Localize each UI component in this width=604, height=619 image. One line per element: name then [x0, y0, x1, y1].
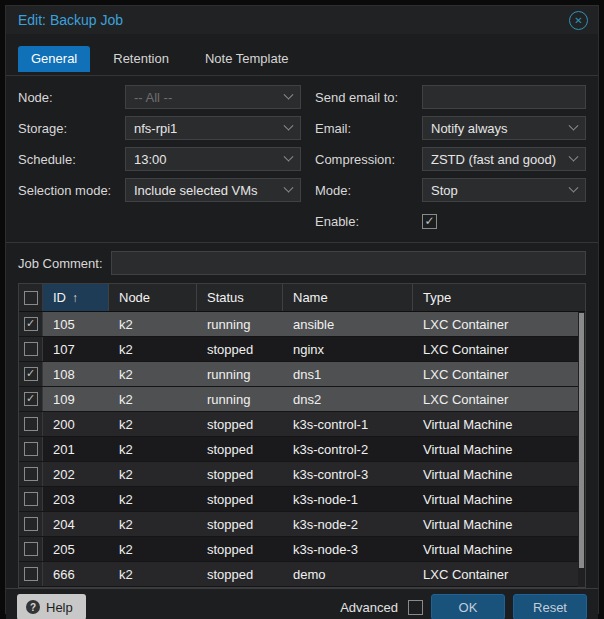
email-notify-combo[interactable]: Notify always — [422, 116, 586, 140]
close-icon[interactable]: ✕ — [569, 11, 588, 30]
sort-ascending-icon: ↑ — [72, 291, 78, 305]
row-checkbox[interactable] — [24, 342, 38, 356]
column-header-status[interactable]: Status — [197, 284, 283, 311]
cell-node: k2 — [109, 312, 197, 336]
row-select-cell[interactable] — [19, 562, 43, 586]
question-mark-icon: ? — [26, 600, 40, 614]
table-row[interactable]: 109 k2 running dns2 LXC Container — [19, 387, 585, 412]
cell-id: 108 — [43, 362, 109, 386]
chevron-down-icon — [569, 151, 579, 161]
row-select-cell[interactable] — [19, 387, 43, 411]
node-label: Node: — [18, 90, 125, 105]
tab-general[interactable]: General — [18, 46, 90, 72]
advanced-checkbox[interactable] — [408, 600, 423, 615]
cell-id: 105 — [43, 312, 109, 336]
vm-table-body: 105 k2 running ansible LXC Container 107… — [19, 312, 585, 587]
column-header-type[interactable]: Type — [413, 284, 585, 311]
tab-retention[interactable]: Retention — [100, 46, 182, 72]
cell-status: stopped — [197, 562, 283, 586]
cell-name: k3s-node-2 — [283, 512, 413, 536]
row-checkbox[interactable] — [24, 567, 38, 581]
cell-type: Virtual Machine — [413, 437, 585, 461]
schedule-combo[interactable]: 13:00 — [125, 147, 301, 171]
cell-node: k2 — [109, 337, 197, 361]
mode-combo[interactable]: Stop — [422, 178, 586, 202]
send-email-field-wrap — [422, 85, 586, 109]
cell-status: running — [197, 387, 283, 411]
row-checkbox[interactable] — [24, 317, 38, 331]
cell-type: Virtual Machine — [413, 512, 585, 536]
enable-checkbox[interactable] — [422, 214, 437, 229]
ok-button[interactable]: OK — [431, 594, 505, 619]
table-row[interactable]: 203 k2 stopped k3s-node-1 Virtual Machin… — [19, 487, 585, 512]
cell-name: demo — [283, 562, 413, 586]
table-row[interactable]: 204 k2 stopped k3s-node-2 Virtual Machin… — [19, 512, 585, 537]
column-header-name[interactable]: Name — [283, 284, 413, 311]
cell-name: dns1 — [283, 362, 413, 386]
dialog-titlebar: Edit: Backup Job ✕ — [6, 6, 598, 34]
row-select-cell[interactable] — [19, 362, 43, 386]
table-row[interactable]: 201 k2 stopped k3s-control-2 Virtual Mac… — [19, 437, 585, 462]
help-button[interactable]: ? Help — [17, 594, 86, 619]
storage-combo[interactable]: nfs-rpi1 — [125, 116, 301, 140]
row-select-cell[interactable] — [19, 337, 43, 361]
table-scrollbar[interactable] — [578, 312, 585, 587]
job-comment-label: Job Comment: — [18, 256, 111, 271]
selection-mode-combo[interactable]: Include selected VMs — [125, 178, 301, 202]
form-right-column: Send email to: Email: Notify always Comp… — [315, 85, 586, 240]
row-select-cell[interactable] — [19, 462, 43, 486]
cell-id: 107 — [43, 337, 109, 361]
edit-backup-job-dialog: Edit: Backup Job ✕ General Retention Not… — [5, 5, 599, 614]
cell-name: k3s-node-3 — [283, 537, 413, 561]
row-select-cell[interactable] — [19, 412, 43, 436]
row-checkbox[interactable] — [24, 492, 38, 506]
cell-id: 205 — [43, 537, 109, 561]
cell-name: nginx — [283, 337, 413, 361]
cell-id: 202 — [43, 462, 109, 486]
row-select-cell[interactable] — [19, 512, 43, 536]
form-left-column: Node: -- All -- Storage: nfs-rpi1 Schedu… — [18, 85, 301, 240]
chevron-down-icon — [569, 182, 579, 192]
scrollbar-thumb[interactable] — [579, 313, 584, 568]
table-row[interactable]: 105 k2 running ansible LXC Container — [19, 312, 585, 337]
row-select-cell[interactable] — [19, 437, 43, 461]
cell-name: k3s-node-1 — [283, 487, 413, 511]
storage-label: Storage: — [18, 121, 125, 136]
table-row[interactable]: 107 k2 stopped nginx LXC Container — [19, 337, 585, 362]
row-checkbox[interactable] — [24, 542, 38, 556]
table-row[interactable]: 108 k2 running dns1 LXC Container — [19, 362, 585, 387]
send-email-input[interactable] — [431, 90, 577, 105]
column-header-node[interactable]: Node — [109, 284, 197, 311]
cell-name: dns2 — [283, 387, 413, 411]
cell-type: Virtual Machine — [413, 462, 585, 486]
row-checkbox[interactable] — [24, 517, 38, 531]
schedule-label: Schedule: — [18, 152, 125, 167]
table-row[interactable]: 202 k2 stopped k3s-control-3 Virtual Mac… — [19, 462, 585, 487]
row-checkbox[interactable] — [24, 442, 38, 456]
table-row[interactable]: 200 k2 stopped k3s-control-1 Virtual Mac… — [19, 412, 585, 437]
row-checkbox[interactable] — [24, 367, 38, 381]
advanced-label: Advanced — [340, 600, 398, 615]
cell-node: k2 — [109, 487, 197, 511]
table-row[interactable]: 666 k2 stopped demo LXC Container — [19, 562, 585, 587]
row-select-cell[interactable] — [19, 537, 43, 561]
compression-combo[interactable]: ZSTD (fast and good) — [422, 147, 586, 171]
compression-label: Compression: — [315, 152, 422, 167]
reset-button[interactable]: Reset — [513, 594, 587, 619]
table-row[interactable]: 205 k2 stopped k3s-node-3 Virtual Machin… — [19, 537, 585, 562]
job-comment-field-wrap — [111, 251, 586, 275]
node-combo[interactable]: -- All -- — [125, 85, 301, 109]
cell-status: stopped — [197, 412, 283, 436]
row-select-cell[interactable] — [19, 312, 43, 336]
tab-note-template[interactable]: Note Template — [192, 46, 302, 72]
row-checkbox[interactable] — [24, 417, 38, 431]
row-select-cell[interactable] — [19, 487, 43, 511]
row-checkbox[interactable] — [24, 467, 38, 481]
chevron-down-icon — [569, 120, 579, 130]
select-all-checkbox[interactable] — [24, 291, 38, 305]
row-checkbox[interactable] — [24, 392, 38, 406]
select-all-cell[interactable] — [19, 284, 43, 311]
cell-node: k2 — [109, 387, 197, 411]
job-comment-input[interactable] — [120, 256, 577, 271]
column-header-id[interactable]: ID ↑ — [43, 284, 109, 311]
